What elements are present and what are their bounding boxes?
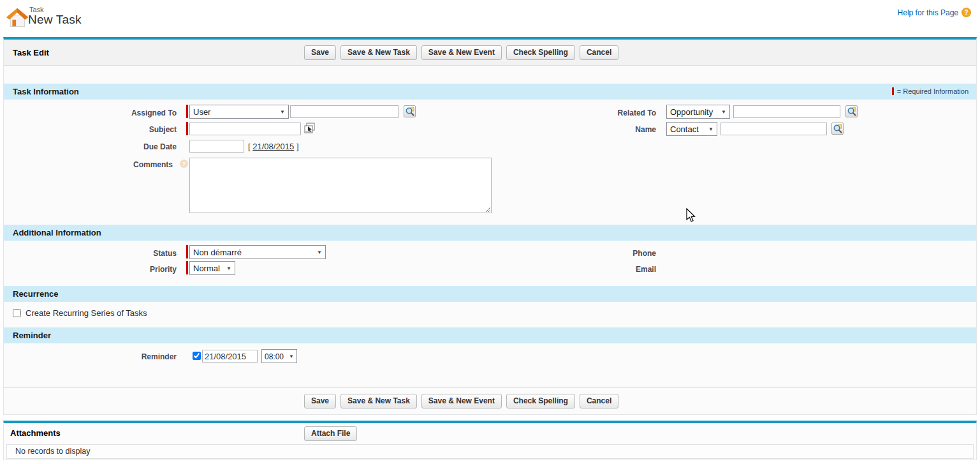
required-legend: = Required Information [892,87,969,95]
reminder-title: Reminder [13,331,51,340]
assigned-to-lookup-icon[interactable] [404,105,416,117]
reminder-label: Reminder [4,352,177,361]
task-edit-title: Task Edit [13,48,49,57]
subject-combobox-picker-icon[interactable] [304,123,316,135]
required-bar-icon [892,87,894,95]
attachments-block: Attachments Attach File No records to di… [3,421,977,460]
email-label: Email [485,265,656,274]
assigned-to-required-bar [186,105,188,118]
attachments-title: Attachments [10,428,61,438]
additional-information-title: Additional Information [13,228,101,237]
dropdown-arrow-icon: ▼ [317,250,322,255]
top-button-row: Save Save & New Task Save & New Event Ch… [304,45,618,60]
help-area: Help for this Page ? [898,8,971,17]
name-label: Name [485,125,656,134]
status-label: Status [4,249,177,258]
page-title: New Task [28,13,82,27]
dropdown-arrow-icon: ▼ [708,126,713,132]
reminder-checkbox[interactable] [193,352,201,360]
save-button-bottom[interactable]: Save [304,394,336,408]
related-to-type-select[interactable]: Opportunity ▼ [666,105,730,119]
assigned-to-label: Assigned To [4,109,177,117]
reminder-date-input[interactable] [202,350,258,363]
help-for-this-page-link[interactable]: Help for this Page [898,8,958,17]
due-date-input[interactable] [189,140,244,153]
subject-input[interactable] [189,123,301,135]
check-spelling-button-bottom[interactable]: Check Spelling [506,394,575,408]
new-task-page: Task New Task Help for this Page ? Task … [0,0,980,464]
save-button[interactable]: Save [304,45,336,60]
assigned-to-type-select[interactable]: User ▼ [189,105,289,119]
due-date-label: Due Date [4,142,177,151]
status-select[interactable]: Non démarré ▼ [189,245,326,259]
phone-label: Phone [485,249,656,258]
priority-select[interactable]: Normal ▼ [189,261,235,275]
assigned-to-input[interactable] [290,105,399,118]
comments-label: Comments [4,160,173,169]
save-new-event-button[interactable]: Save & New Event [421,45,502,60]
save-new-task-button[interactable]: Save & New Task [340,45,417,60]
related-to-input[interactable] [733,105,840,118]
name-input[interactable] [720,123,827,135]
recurrence-header: Recurrence [4,286,976,302]
dropdown-arrow-icon: ▼ [226,266,231,271]
save-new-event-button-bottom[interactable]: Save & New Event [421,394,502,408]
comments-help-icon[interactable]: ? [180,160,188,168]
name-lookup-icon[interactable] [831,123,844,135]
task-information-header: Task Information = Required Information [4,84,976,100]
attach-file-button[interactable]: Attach File [304,426,357,441]
task-home-icon [5,6,29,30]
task-edit-block: Task Edit Save Save & New Task Save & Ne… [3,37,977,415]
related-to-label: Related To [485,109,656,117]
subject-label: Subject [4,125,177,134]
status-required-bar [186,245,188,258]
cancel-button[interactable]: Cancel [580,45,618,60]
save-new-task-button-bottom[interactable]: Save & New Task [340,394,417,408]
help-question-icon[interactable]: ? [962,8,971,17]
due-date-today-link[interactable]: 21/08/2015 [252,142,294,151]
dropdown-arrow-icon: ▼ [721,109,726,115]
attachments-empty-row: No records to display [6,444,974,459]
priority-required-bar [186,261,188,274]
recurrence-title: Recurrence [13,289,59,299]
due-date-today-wrap: [ 21/08/2015 ] [248,142,299,151]
bottom-button-row: Save Save & New Task Save & New Event Ch… [304,394,618,408]
task-information-title: Task Information [13,87,79,96]
task-edit-header-row: Task Edit Save Save & New Task Save & Ne… [4,40,976,66]
comments-textarea[interactable] [189,158,492,213]
subject-required-bar [186,122,188,135]
related-to-lookup-icon[interactable] [845,105,858,117]
dropdown-arrow-icon: ▼ [280,109,285,115]
reminder-time-select[interactable]: 08:00 ▼ [261,349,297,363]
bottom-divider [4,387,976,388]
check-spelling-button[interactable]: Check Spelling [506,45,575,60]
cancel-button-bottom[interactable]: Cancel [580,394,618,408]
recurrence-checkbox-label: Create Recurring Series of Tasks [26,308,147,318]
recurrence-checkbox[interactable] [13,309,21,317]
additional-information-header: Additional Information [4,225,976,241]
priority-label: Priority [4,265,177,274]
reminder-header: Reminder [4,327,976,343]
dropdown-arrow-icon: ▼ [289,354,294,359]
name-type-select[interactable]: Contact ▼ [666,122,717,136]
